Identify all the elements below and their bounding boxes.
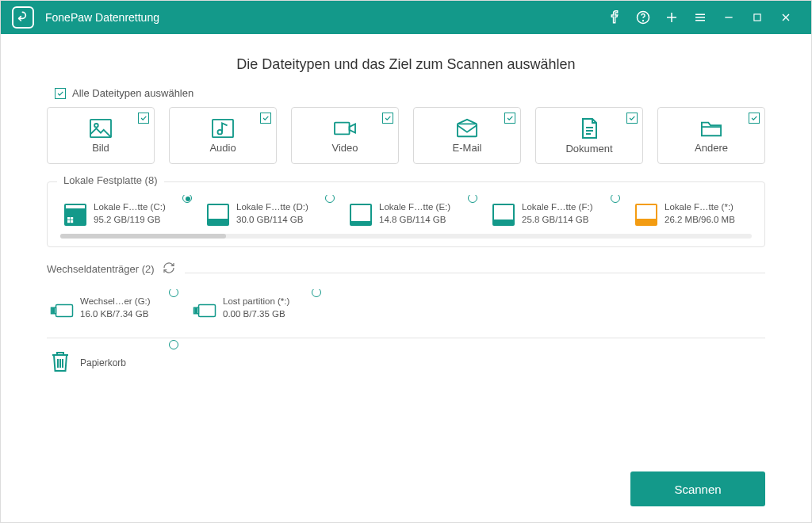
svg-rect-8 xyxy=(458,124,477,136)
trash-icon xyxy=(50,349,71,376)
svg-rect-17 xyxy=(199,304,216,316)
drive-radio[interactable] xyxy=(169,340,178,349)
app-logo-icon xyxy=(12,6,34,29)
drive-radio[interactable] xyxy=(468,195,477,203)
svg-rect-12 xyxy=(71,220,73,223)
removable-drives-section: Wechseldatenträger (2) Wechsel…er (G:)16… xyxy=(47,262,765,323)
audio-icon xyxy=(211,118,235,139)
hdd-icon xyxy=(492,202,515,226)
type-card-audio[interactable]: Audio xyxy=(169,107,277,164)
document-icon xyxy=(579,117,599,139)
facebook-icon[interactable] xyxy=(600,1,629,34)
removable-drive-lost[interactable]: Lost partition (*:)0.00 B/7.35 GB xyxy=(190,289,324,323)
hdd-icon xyxy=(206,202,230,226)
svg-rect-2 xyxy=(754,14,760,21)
type-card-email[interactable]: E-Mail xyxy=(413,107,521,164)
recycle-bin-label: Papierkorb xyxy=(80,357,126,368)
headline: Die Dateitypen und das Ziel zum Scannen … xyxy=(47,56,765,73)
refresh-icon[interactable] xyxy=(163,262,175,277)
folder-icon xyxy=(699,118,723,139)
recycle-bin-option[interactable]: Papierkorb xyxy=(47,345,182,381)
type-card-other[interactable]: Andere xyxy=(657,107,765,164)
app-title: FonePaw Datenrettung xyxy=(45,11,159,24)
file-type-grid: Bild Audio Video E-Mail Dokument xyxy=(47,107,765,164)
type-card-image[interactable]: Bild xyxy=(47,107,155,164)
type-card-video[interactable]: Video xyxy=(291,107,399,164)
drive-d[interactable]: Lokale F…tte (D:)30.0 GB/114 GB xyxy=(203,195,338,229)
type-label: Audio xyxy=(209,142,236,154)
drive-radio[interactable] xyxy=(169,289,178,297)
menu-icon[interactable] xyxy=(686,1,714,34)
drive-radio[interactable] xyxy=(312,289,321,297)
svg-point-4 xyxy=(94,123,98,127)
scan-button[interactable]: Scannen xyxy=(630,471,765,506)
local-drives-section: Lokale Festplatte (8) Lokale F…tte (C:)9… xyxy=(47,181,765,247)
type-card-document[interactable]: Dokument xyxy=(535,107,643,164)
drive-f[interactable]: Lokale F…tte (F:)25.8 GB/114 GB xyxy=(488,195,623,229)
help-icon[interactable] xyxy=(629,1,657,34)
usb-icon xyxy=(50,296,74,320)
type-label: Dokument xyxy=(565,143,612,155)
image-icon xyxy=(89,118,113,139)
svg-rect-13 xyxy=(56,304,73,316)
select-all-label: Alle Dateitypen auswählen xyxy=(72,87,193,99)
svg-point-1 xyxy=(643,21,644,21)
svg-rect-15 xyxy=(52,308,54,310)
removable-drive-g[interactable]: Wechsel…er (G:)16.0 KB/7.34 GB xyxy=(47,289,182,323)
main-panel: Die Dateitypen und das Ziel zum Scannen … xyxy=(1,34,811,522)
svg-rect-20 xyxy=(195,311,197,312)
svg-rect-19 xyxy=(195,308,197,310)
type-label: Bild xyxy=(92,142,109,154)
hdd-icon xyxy=(63,202,87,226)
app-window: FonePaw Datenrettung Die Dateitypen und … xyxy=(0,0,812,523)
drive-radio[interactable] xyxy=(611,195,620,203)
minimize-button[interactable] xyxy=(714,1,743,34)
removable-drives-title: Wechseldatenträger (2) xyxy=(47,262,175,277)
drive-c[interactable]: Lokale F…tte (C:)95.2 GB/119 GB xyxy=(60,195,195,229)
svg-rect-10 xyxy=(71,217,73,220)
select-all-checkbox[interactable]: Alle Dateitypen auswählen xyxy=(55,87,765,99)
horizontal-scrollbar[interactable] xyxy=(60,234,752,239)
hdd-icon xyxy=(634,202,658,226)
maximize-button[interactable] xyxy=(743,1,772,34)
type-label: E-Mail xyxy=(453,142,482,154)
type-label: Andere xyxy=(695,142,728,154)
svg-rect-7 xyxy=(335,122,350,134)
svg-rect-9 xyxy=(67,217,70,220)
svg-rect-16 xyxy=(52,311,54,312)
local-drives-title: Lokale Festplatte (8) xyxy=(57,174,164,186)
drive-radio[interactable] xyxy=(182,195,192,203)
drive-radio[interactable] xyxy=(325,195,335,203)
email-icon xyxy=(455,118,479,139)
plus-icon[interactable] xyxy=(657,1,686,34)
hdd-icon xyxy=(349,202,373,226)
drive-star[interactable]: Lokale F…tte (*:)26.2 MB/96.0 MB xyxy=(631,195,752,229)
svg-rect-11 xyxy=(67,220,70,223)
video-icon xyxy=(333,118,357,139)
type-label: Video xyxy=(331,142,358,154)
title-bar: FonePaw Datenrettung xyxy=(1,1,811,34)
usb-icon xyxy=(193,296,216,320)
drive-e[interactable]: Lokale F…tte (E:)14.8 GB/114 GB xyxy=(346,195,481,229)
close-button[interactable] xyxy=(772,1,800,34)
